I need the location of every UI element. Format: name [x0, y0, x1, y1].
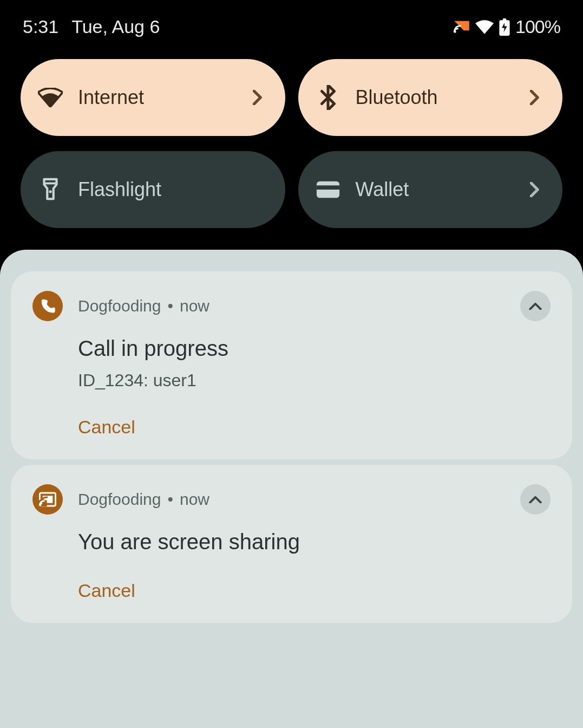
wifi-icon [38, 85, 63, 110]
chevron-up-icon [529, 496, 542, 503]
qs-tile-label: Bluetooth [356, 86, 513, 109]
status-date: Tue, Aug 6 [71, 16, 160, 37]
cast-icon [32, 484, 63, 515]
notification-app-name: Dogfooding [78, 297, 161, 315]
quick-settings-grid: Internet Bluetooth Flashlight [0, 43, 583, 250]
qs-tile-bluetooth[interactable]: Bluetooth [298, 59, 563, 136]
svg-rect-6 [316, 185, 339, 190]
phone-icon [32, 291, 63, 321]
cast-active-icon [454, 20, 470, 34]
flashlight-icon [38, 177, 63, 202]
notification-card[interactable]: Dogfooding • now Call in progress ID_123… [11, 271, 572, 459]
qs-tile-flashlight[interactable]: Flashlight [21, 151, 285, 228]
bluetooth-icon [316, 85, 340, 110]
qs-tile-wallet[interactable]: Wallet [298, 151, 563, 228]
notification-time: now [180, 297, 209, 315]
collapse-button[interactable] [520, 291, 551, 321]
qs-tile-label: Wallet [356, 178, 513, 201]
notification-title: You are screen sharing [78, 530, 551, 554]
chevron-right-icon [528, 183, 542, 197]
notification-app-name: Dogfooding [78, 490, 161, 509]
svg-point-4 [49, 190, 51, 193]
notification-action-cancel[interactable]: Cancel [78, 417, 135, 438]
notification-action-cancel[interactable]: Cancel [78, 580, 135, 601]
svg-point-0 [454, 30, 456, 32]
notification-panel: Dogfooding • now Call in progress ID_123… [0, 250, 583, 728]
battery-status-icon [499, 18, 510, 36]
notification-card[interactable]: Dogfooding • now You are screen sharing … [11, 465, 572, 623]
svg-rect-2 [503, 18, 506, 21]
svg-point-11 [40, 504, 41, 506]
notification-text: ID_1234: user1 [78, 370, 551, 391]
notification-time: now [180, 490, 209, 509]
notification-title: Call in progress [78, 336, 551, 361]
qs-tile-internet[interactable]: Internet [21, 59, 285, 136]
chevron-right-icon [528, 90, 542, 105]
qs-tile-label: Flashlight [78, 178, 265, 201]
chevron-up-icon [529, 302, 542, 310]
wifi-status-icon [475, 20, 494, 34]
collapse-button[interactable] [520, 484, 551, 515]
status-time: 5:31 [23, 16, 58, 37]
chevron-right-icon [251, 90, 265, 105]
qs-tile-label: Internet [78, 86, 235, 109]
wallet-icon [316, 177, 340, 202]
battery-percent: 100% [515, 16, 560, 37]
status-bar: 5:31 Tue, Aug 6 100% [0, 0, 583, 43]
